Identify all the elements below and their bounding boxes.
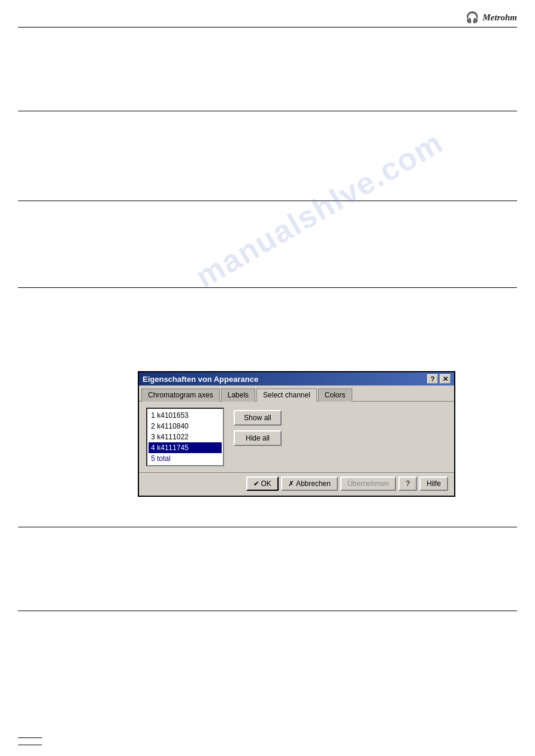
show-all-button[interactable]: Show all [234,410,282,426]
tab-colors[interactable]: Colors [318,388,352,402]
dialog-titlebar: Eigenschaften von Appearance ? ✕ [139,372,454,385]
hide-all-button[interactable]: Hide all [234,430,282,446]
ok-label: OK [261,479,271,488]
channel-area: 1 k4101653 2 k4110840 3 k4111022 4 k4111… [146,408,447,466]
logo-text: Metrohm [482,13,517,23]
channel-buttons: Show all Hide all [234,410,282,446]
dialog-title: Eigenschaften von Appearance [143,375,258,384]
channel-list[interactable]: 1 k4101653 2 k4110840 3 k4111022 4 k4111… [146,408,224,466]
watermark: manualshlve.com [189,124,449,294]
cancel-button[interactable]: ✗ Abbrechen [281,476,338,491]
hr-2 [18,111,517,111]
hr-4 [18,287,517,288]
footer-help-button[interactable]: ? [398,476,417,491]
tab-labels[interactable]: Labels [221,388,255,402]
titlebar-help-button[interactable]: ? [427,374,438,384]
hr-5 [18,527,517,527]
cancel-label: Abbrechen [296,479,331,488]
cancel-x-icon: ✗ [288,479,294,488]
channel-item-2[interactable]: 2 k4110840 [149,421,222,432]
titlebar-close-button[interactable]: ✕ [440,374,451,384]
ok-check-icon: ✔ [253,479,259,488]
channel-item-1[interactable]: 1 k4101653 [149,410,222,421]
dialog-tabs: Chromatogram axes Labels Select channel … [139,385,454,402]
dialog-footer: ✔ OK ✗ Abbrechen Übernehmen ? Hilfe [139,472,454,496]
short-line-2 [18,745,42,745]
dialog-box: Eigenschaften von Appearance ? ✕ Chromat… [138,371,455,497]
hr-6 [18,611,517,611]
hilfe-label: Hilfe [427,479,441,488]
dialog-eigenschaften: Eigenschaften von Appearance ? ✕ Chromat… [138,371,455,497]
ok-button[interactable]: ✔ OK [246,476,279,491]
dialog-body: 1 k4101653 2 k4110840 3 k4111022 4 k4111… [139,402,454,472]
logo-icon: 🎧 [466,11,479,24]
short-line-1 [18,737,42,738]
channel-item-4[interactable]: 4 k4111745 [149,442,222,453]
channel-item-3[interactable]: 3 k4111022 [149,432,222,442]
footer-help-label: ? [406,479,410,488]
metrohm-logo: 🎧 Metrohm [466,11,517,24]
apply-label: Übernehmen [347,479,389,488]
hr-1 [18,27,517,28]
titlebar-buttons: ? ✕ [427,374,451,384]
channel-item-5[interactable]: 5 total [149,453,222,464]
hr-3 [18,201,517,201]
hilfe-button[interactable]: Hilfe [419,476,448,491]
tab-select-channel[interactable]: Select channel [256,388,317,402]
tab-chromatogram-axes[interactable]: Chromatogram axes [141,388,220,402]
apply-button[interactable]: Übernehmen [340,476,396,491]
